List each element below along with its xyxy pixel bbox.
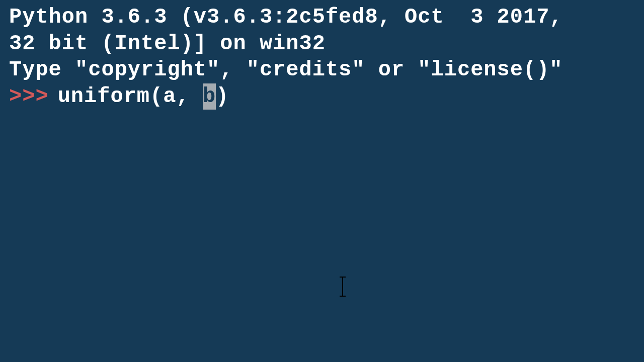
python-shell-terminal[interactable]: Python 3.6.3 (v3.6.3:2c5fed8, Oct 3 2017… [9, 4, 635, 358]
mouse-ibeam-cursor [342, 277, 343, 297]
banner-line-3: Type "copyright", "credits" or "license(… [9, 57, 635, 83]
repl-input-before[interactable]: uniform(a, [58, 83, 203, 110]
text-cursor: b [203, 83, 216, 110]
banner-line-1: Python 3.6.3 (v3.6.3:2c5fed8, Oct 3 2017… [9, 4, 635, 31]
repl-input-after[interactable]: ) [216, 83, 229, 110]
repl-input-line[interactable]: >>> uniform(a, b) [9, 83, 635, 110]
repl-prompt: >>> [9, 83, 49, 110]
banner-line-2: 32 bit (Intel)] on win32 [9, 31, 635, 57]
